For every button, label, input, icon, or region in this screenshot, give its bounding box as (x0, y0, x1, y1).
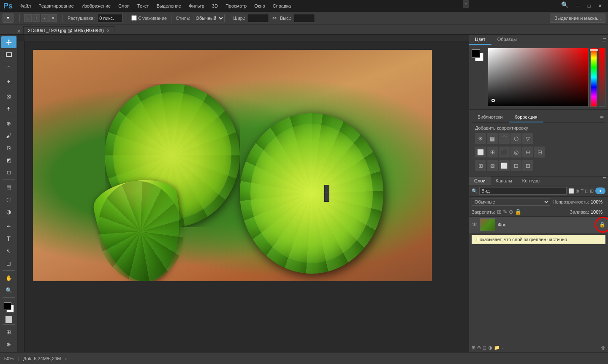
color-gradient-field[interactable] (488, 48, 589, 107)
new-layer-icon[interactable]: + (502, 345, 504, 350)
color-balance-icon[interactable]: ⊞ (487, 147, 498, 158)
layers-tab[interactable]: Слои (469, 177, 491, 185)
lock-pixels-icon[interactable]: ⊞ (497, 209, 502, 215)
tool-dodge[interactable]: ◑ (1, 206, 16, 217)
right-panel-collapse-btn[interactable]: › (324, 185, 329, 202)
foreground-color-swatch[interactable] (4, 302, 11, 310)
color-tab[interactable]: Цвет (469, 35, 491, 45)
menu-3d[interactable]: 3D (209, 3, 221, 9)
lock-artboards-icon[interactable]: ⊕ (509, 209, 513, 215)
menu-image[interactable]: Изображение (78, 3, 114, 9)
tool-eraser[interactable]: ◻ (1, 166, 16, 178)
channels-tab[interactable]: Каналы (491, 177, 517, 185)
menu-file[interactable]: Файл (16, 3, 34, 9)
invert-icon[interactable]: ⊞ (475, 160, 486, 171)
menu-filter[interactable]: Фильтр (185, 3, 208, 9)
menu-layers[interactable]: Слои (115, 3, 133, 9)
photo-filter-icon[interactable]: ◎ (510, 147, 521, 158)
tool-gradient[interactable]: ▤ (1, 181, 16, 193)
filter-text-icon[interactable]: T (581, 188, 584, 194)
brightness-correction-icon[interactable]: ☀ (475, 133, 486, 144)
blend-mode-select[interactable]: Обычные (472, 198, 550, 206)
color-cursor[interactable] (491, 99, 495, 102)
opacity-value[interactable]: 100% (591, 199, 605, 204)
quick-mask-btn[interactable] (5, 316, 12, 323)
tool-clone[interactable]: ⎘ (1, 142, 16, 154)
layer-link-icon[interactable]: ⊞ (472, 345, 475, 350)
libraries-tab[interactable]: Библиотеки (472, 112, 509, 122)
maximize-button[interactable]: □ (584, 1, 594, 11)
tool-type[interactable]: T (1, 233, 16, 244)
color-swatches[interactable] (1, 300, 16, 315)
tool-eyedropper[interactable]: 🖈 (1, 103, 16, 114)
lock-position-icon[interactable]: ✎ (503, 209, 508, 215)
tool-zoom[interactable]: 🔍 (1, 284, 16, 296)
channel-mixer-icon[interactable]: ⊕ (522, 147, 533, 158)
correction-tab[interactable]: Коррекция (509, 112, 543, 122)
tool-preset-picker[interactable]: ▼ (3, 14, 14, 23)
tool-move[interactable] (1, 36, 16, 48)
fg-color-chip[interactable] (472, 49, 480, 58)
subtract-selection-btn[interactable]: - (41, 14, 49, 22)
layer-visibility-icon[interactable]: 👁 (472, 221, 478, 228)
layer-mask-icon[interactable]: ◻ (483, 345, 486, 350)
swap-dimensions-icon[interactable]: ⇔ (272, 15, 277, 21)
delete-layer-icon[interactable]: 🗑 (601, 345, 605, 350)
new-selection-btn[interactable]: □ (24, 14, 32, 22)
add-selection-btn[interactable]: + (33, 14, 40, 22)
color-panel-menu-btn[interactable]: ☰ (603, 38, 606, 42)
correction-panel-menu-btn[interactable]: ☰ (600, 115, 604, 120)
height-input[interactable] (294, 14, 315, 22)
canvas-area[interactable]: › (18, 35, 469, 352)
tool-crop[interactable]: ⊠ (1, 90, 16, 102)
selective-color-icon[interactable]: ⊞ (522, 160, 533, 171)
tool-shape[interactable]: ◻ (1, 257, 16, 269)
new-fill-layer-icon[interactable]: ◑ (488, 345, 492, 350)
minimize-button[interactable]: ─ (573, 1, 583, 11)
tool-extra[interactable]: ⊕ (1, 338, 16, 350)
hue-bar[interactable] (590, 48, 597, 107)
posterize-icon[interactable]: ⊠ (487, 160, 498, 171)
fill-value[interactable]: 100% (591, 209, 605, 215)
menu-help[interactable]: Справка (269, 3, 294, 9)
width-input[interactable] (248, 14, 269, 22)
contours-tab[interactable]: Контуры (517, 177, 546, 185)
panel-expand-btn[interactable]: « (463, 0, 469, 8)
tool-brush[interactable]: 🖌 (1, 130, 16, 141)
tab-close-icon[interactable]: ✕ (106, 28, 110, 33)
filter-pixel-icon[interactable]: ⬜ (568, 188, 574, 194)
close-all-tabs-btn[interactable]: ✕ (17, 29, 21, 34)
style-select[interactable]: Обычный (193, 14, 225, 22)
alpha-bar[interactable] (599, 48, 605, 107)
menu-text[interactable]: Текст (134, 3, 152, 9)
menu-view[interactable]: Просмотр (222, 3, 250, 9)
levels-correction-icon[interactable]: ▦ (487, 133, 498, 144)
layers-search-input[interactable] (479, 187, 567, 195)
filter-toggle[interactable]: ● (595, 187, 605, 194)
layers-panel-menu-btn[interactable]: ☰ (603, 177, 606, 185)
filter-shape-icon[interactable]: ◻ (585, 188, 589, 194)
tool-healing[interactable]: ⊕ (1, 117, 16, 129)
filter-smart-icon[interactable]: ⊞ (590, 188, 594, 194)
tool-select-rect[interactable] (1, 49, 16, 60)
tool-screen-mode[interactable]: ⊞ (1, 326, 16, 338)
new-group-icon[interactable]: 📁 (494, 345, 500, 350)
mask-button[interactable]: Выделение и маска... (550, 14, 605, 23)
intersect-selection-btn[interactable]: ✕ (49, 14, 57, 22)
black-white-icon[interactable]: ⬛ (499, 147, 510, 158)
tool-path-select[interactable]: ↖ (1, 245, 16, 257)
image-tab[interactable]: 2133091_1920.jpg @ 50% (RGB/8#) ✕ (23, 26, 114, 34)
tool-hand[interactable]: ✋ (1, 272, 16, 284)
samples-tab[interactable]: Образцы (491, 35, 523, 45)
menu-window[interactable]: Окно (251, 3, 269, 9)
antialiasing-checkbox[interactable] (131, 15, 137, 21)
threshold-icon[interactable]: ⬜ (499, 160, 510, 171)
curves-correction-icon[interactable]: ⌒ (499, 133, 510, 144)
tool-blur[interactable]: ◌ (1, 193, 16, 205)
hue-cursor[interactable] (590, 49, 598, 51)
layer-background[interactable]: 👁 Фон 🔒 (469, 217, 608, 233)
lock-all-icon[interactable]: 🔒 (515, 209, 521, 215)
feather-input[interactable] (97, 14, 122, 22)
status-arrow-icon[interactable]: › (65, 356, 67, 361)
layer-lock-icon[interactable]: 🔒 (599, 222, 605, 228)
